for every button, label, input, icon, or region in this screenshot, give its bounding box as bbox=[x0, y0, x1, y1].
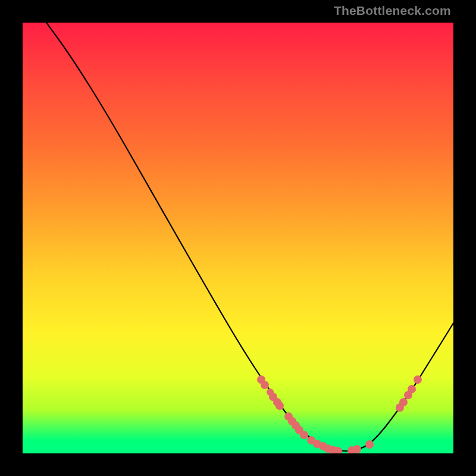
curve-marker bbox=[300, 431, 308, 439]
curve-marker bbox=[261, 381, 269, 389]
plot-svg bbox=[23, 23, 453, 453]
curve-line bbox=[46, 23, 453, 451]
curve-marker bbox=[275, 402, 284, 410]
attribution-label: TheBottleneck.com bbox=[334, 4, 451, 18]
curve-marker bbox=[414, 375, 422, 384]
frame: TheBottleneck.com bbox=[0, 0, 476, 476]
bottleneck-gradient-plot bbox=[23, 23, 453, 453]
curve-marker bbox=[365, 440, 374, 449]
curve-marker bbox=[399, 398, 408, 406]
curve-marker bbox=[408, 385, 416, 393]
curve-markers bbox=[257, 375, 422, 453]
curve-marker bbox=[353, 445, 361, 453]
